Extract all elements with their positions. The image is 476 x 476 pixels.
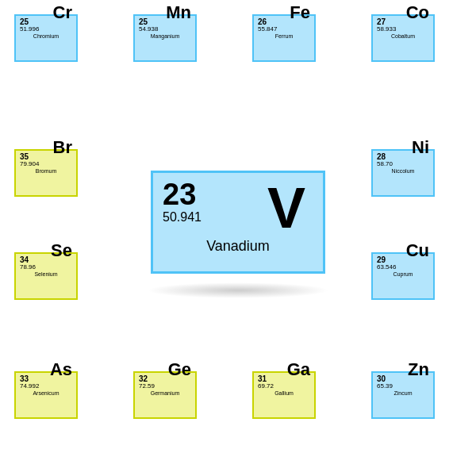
element-name-fe: Ferrum: [258, 33, 310, 39]
element-card-mn: 2554.938MnManganium: [133, 14, 197, 62]
atomic-mass-br: 79.904: [20, 161, 39, 167]
symbol-co: Co: [406, 4, 429, 21]
element-name-ga: Gallium: [258, 390, 310, 396]
atomic-mass-cr: 51.996: [20, 26, 39, 33]
element-card-as: 3374.992AsArsenicum: [14, 371, 78, 419]
atomic-mass-ge: 72.59: [139, 383, 155, 390]
element-name-br: Bromum: [20, 168, 72, 174]
symbol-as: As: [50, 361, 72, 378]
symbol-zn: Zn: [408, 361, 429, 378]
symbol-ga: Ga: [287, 361, 310, 378]
atomic-mass-mn: 54.938: [139, 26, 158, 33]
atomic-mass-zn: 65.39: [377, 383, 393, 390]
symbol-mn: Mn: [166, 4, 191, 21]
element-name-se: Selenium: [20, 271, 72, 277]
element-card-cr: 2551.996CrChromium: [14, 14, 78, 62]
element-name-ni: Niccolum: [377, 168, 429, 174]
element-card-ga: 3169.72GaGallium: [252, 371, 316, 419]
element-card-fe: 2655.847FeFerrum: [252, 14, 316, 62]
element-name-zn: Zincum: [377, 390, 429, 396]
element-card-br: 3579.904BrBromum: [14, 149, 78, 197]
vanadium-card: 23 50.941 V Vanadium: [151, 171, 325, 274]
symbol-se: Se: [51, 242, 72, 259]
element-card-ge: 3272.59GeGermanium: [133, 371, 197, 419]
atomic-mass-ni: 58.70: [377, 161, 393, 167]
atomic-mass-ga: 69.72: [258, 383, 274, 390]
element-card-se: 3478.96SeSelenium: [14, 252, 78, 300]
element-name-mn: Manganium: [139, 33, 191, 39]
symbol-cr: Cr: [53, 4, 72, 21]
atomic-mass-co: 58.933: [377, 26, 396, 33]
card-top-row: 23 50.941 V: [163, 179, 313, 236]
card-shadow: [147, 282, 329, 298]
center-symbol: V: [267, 179, 305, 236]
center-name: Vanadium: [163, 238, 313, 255]
symbol-br: Br: [53, 139, 72, 156]
element-name-cu: Cuprum: [377, 271, 429, 277]
symbol-ni: Ni: [412, 139, 429, 156]
symbol-cu: Cu: [406, 242, 429, 259]
element-name-co: Cobaltum: [377, 33, 429, 39]
element-name-cr: Chromium: [20, 33, 72, 39]
symbol-ge: Ge: [168, 361, 191, 378]
element-name-ge: Germanium: [139, 390, 191, 396]
atomic-mass-se: 78.96: [20, 264, 36, 271]
symbol-fe: Fe: [290, 4, 310, 21]
atomic-mass-fe: 55.847: [258, 26, 277, 33]
card-left-col: 23 50.941: [163, 179, 202, 225]
element-card-zn: 3065.39ZnZincum: [371, 371, 435, 419]
element-card-cu: 2963.546CuCuprum: [371, 252, 435, 300]
element-name-as: Arsenicum: [20, 390, 72, 396]
center-atomic-number: 23: [163, 179, 202, 209]
atomic-mass-as: 74.992: [20, 383, 39, 390]
element-card-ni: 2858.70NiNiccolum: [371, 149, 435, 197]
atomic-mass-cu: 63.546: [377, 264, 396, 271]
element-card-co: 2758.933CoCobaltum: [371, 14, 435, 62]
center-atomic-mass: 50.941: [163, 209, 202, 225]
